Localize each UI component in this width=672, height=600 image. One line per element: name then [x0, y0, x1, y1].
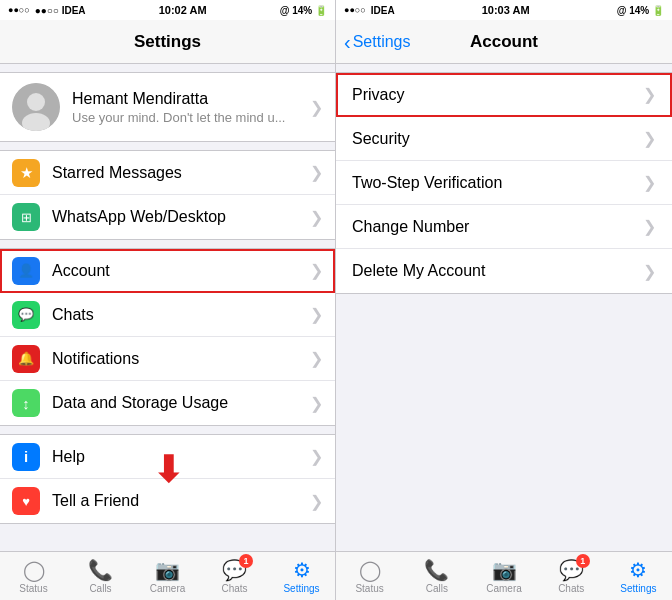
settings-group-1: ★ Starred Messages ❯ ⊞ WhatsApp Web/Desk…: [0, 150, 335, 240]
calls-tab-icon-left: 📞: [88, 558, 113, 582]
tab-chats-left[interactable]: 💬 1 Chats: [201, 558, 268, 594]
settings-tab-icon-right: ⚙: [629, 558, 647, 582]
avatar: [12, 83, 60, 131]
time-right: 10:03 AM: [482, 4, 530, 16]
chats-tab-badge-left: 1: [239, 554, 253, 568]
calls-tab-icon-right: 📞: [424, 558, 449, 582]
left-panel: ●●○○ ●●○○ IDEA 10:02 AM @ 14% 🔋 Settings…: [0, 0, 336, 600]
two-step-label: Two-Step Verification: [352, 174, 643, 192]
profile-status: Use your mind. Don't let the mind u...: [72, 110, 298, 125]
change-number-label: Change Number: [352, 218, 643, 236]
privacy-chevron: ❯: [643, 85, 656, 104]
privacy-item[interactable]: Privacy ❯: [336, 73, 672, 117]
chats-tab-label-left: Chats: [221, 583, 247, 594]
security-item[interactable]: Security ❯: [336, 117, 672, 161]
whatsapp-web-label: WhatsApp Web/Desktop: [52, 208, 310, 226]
change-number-item[interactable]: Change Number ❯: [336, 205, 672, 249]
page-title-left: Settings: [134, 32, 201, 52]
nav-bar-right: ‹ Settings Account: [336, 20, 672, 64]
chats-tab-badge-right: 1: [576, 554, 590, 568]
notifications-chevron: ❯: [310, 349, 323, 368]
delete-account-chevron: ❯: [643, 262, 656, 281]
whatsapp-web-icon: ⊞: [12, 203, 40, 231]
nav-back-label: Settings: [353, 33, 411, 51]
profile-name: Hemant Mendiratta: [72, 90, 298, 108]
security-chevron: ❯: [643, 129, 656, 148]
help-icon: i: [12, 443, 40, 471]
tab-settings-right[interactable]: ⚙ Settings: [605, 558, 672, 594]
right-panel: ●●○○ IDEA 10:03 AM @ 14% 🔋 ‹ Settings Ac…: [336, 0, 672, 600]
account-items-group: Privacy ❯ Security ❯ Two-Step Verificati…: [336, 72, 672, 294]
two-step-item[interactable]: Two-Step Verification ❯: [336, 161, 672, 205]
tell-friend-chevron: ❯: [310, 492, 323, 511]
chats-badge-wrap-left: 💬 1: [222, 558, 247, 582]
notifications-item[interactable]: 🔔 Notifications ❯: [0, 337, 335, 381]
camera-tab-label-right: Camera: [486, 583, 522, 594]
tab-calls-right[interactable]: 📞 Calls: [403, 558, 470, 594]
security-label: Security: [352, 130, 643, 148]
data-storage-item[interactable]: ↕ Data and Storage Usage ❯: [0, 381, 335, 425]
camera-tab-icon-right: 📷: [492, 558, 517, 582]
privacy-label: Privacy: [352, 86, 643, 104]
time-left: 10:02 AM: [159, 4, 207, 16]
battery-right: @ 14% 🔋: [617, 5, 664, 16]
page-title-right: Account: [470, 32, 538, 52]
data-storage-label: Data and Storage Usage: [52, 394, 310, 412]
scroll-down-arrow: ⬇: [153, 449, 183, 491]
camera-tab-icon-left: 📷: [155, 558, 180, 582]
account-item[interactable]: 👤 Account ❯: [0, 249, 335, 293]
chats-tab-label-right: Chats: [558, 583, 584, 594]
tab-settings-left[interactable]: ⚙ Settings: [268, 558, 335, 594]
help-chevron: ❯: [310, 447, 323, 466]
settings-tab-icon-left: ⚙: [293, 558, 311, 582]
delete-account-label: Delete My Account: [352, 262, 643, 280]
whatsapp-web-item[interactable]: ⊞ WhatsApp Web/Desktop ❯: [0, 195, 335, 239]
left-content: Hemant Mendiratta Use your mind. Don't l…: [0, 64, 335, 551]
settings-tab-label-left: Settings: [283, 583, 319, 594]
profile-section[interactable]: Hemant Mendiratta Use your mind. Don't l…: [0, 72, 335, 142]
status-tab-label-left: Status: [19, 583, 47, 594]
account-icon: 👤: [12, 257, 40, 285]
chats-item[interactable]: 💬 Chats ❯: [0, 293, 335, 337]
tab-status-left[interactable]: ◯ Status: [0, 558, 67, 594]
starred-messages-icon: ★: [12, 159, 40, 187]
delete-account-item[interactable]: Delete My Account ❯: [336, 249, 672, 293]
calls-tab-label-left: Calls: [89, 583, 111, 594]
battery-indicator-left: @ 14% 🔋: [280, 5, 327, 16]
signal-dots-right: ●●○○: [344, 5, 366, 15]
whatsapp-web-chevron: ❯: [310, 208, 323, 227]
account-label: Account: [52, 262, 310, 280]
status-bar-right: ●●○○ IDEA 10:03 AM @ 14% 🔋: [336, 0, 672, 20]
svg-point-1: [27, 93, 45, 111]
battery-left: @ 14% 🔋: [280, 5, 327, 16]
avatar-svg: [12, 83, 60, 131]
chats-label: Chats: [52, 306, 310, 324]
chats-badge-wrap-right: 💬 1: [559, 558, 584, 582]
carrier-name-left: ●●○○ IDEA: [35, 5, 86, 16]
chats-chevron: ❯: [310, 305, 323, 324]
carrier-right: ●●○○ IDEA: [344, 5, 395, 16]
data-storage-icon: ↕: [12, 389, 40, 417]
carrier-name-right: IDEA: [371, 5, 395, 16]
profile-info: Hemant Mendiratta Use your mind. Don't l…: [72, 90, 298, 125]
signal-dots-left: ●●○○: [8, 5, 30, 15]
settings-tab-label-right: Settings: [620, 583, 656, 594]
tab-chats-right[interactable]: 💬 1 Chats: [538, 558, 605, 594]
two-step-chevron: ❯: [643, 173, 656, 192]
tab-calls-left[interactable]: 📞 Calls: [67, 558, 134, 594]
status-tab-icon-left: ◯: [23, 558, 45, 582]
carrier-left: ●●○○ ●●○○ IDEA: [8, 5, 86, 16]
change-number-chevron: ❯: [643, 217, 656, 236]
status-tab-icon-right: ◯: [359, 558, 381, 582]
tab-status-right[interactable]: ◯ Status: [336, 558, 403, 594]
right-content: Privacy ❯ Security ❯ Two-Step Verificati…: [336, 64, 672, 551]
camera-tab-label-left: Camera: [150, 583, 186, 594]
tab-camera-right[interactable]: 📷 Camera: [470, 558, 537, 594]
tab-camera-left[interactable]: 📷 Camera: [134, 558, 201, 594]
nav-back-button[interactable]: ‹ Settings: [344, 32, 410, 52]
chats-icon: 💬: [12, 301, 40, 329]
back-chevron-icon: ‹: [344, 32, 351, 52]
notifications-icon: 🔔: [12, 345, 40, 373]
calls-tab-label-right: Calls: [426, 583, 448, 594]
starred-messages-item[interactable]: ★ Starred Messages ❯: [0, 151, 335, 195]
